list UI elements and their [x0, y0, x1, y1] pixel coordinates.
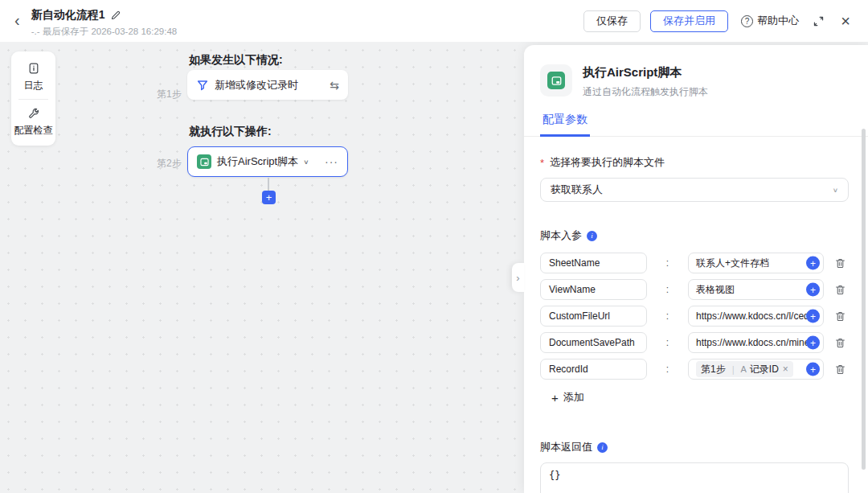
chevron-down-icon: ∨	[833, 187, 838, 194]
param-name-input[interactable]: CustomFileUrl	[540, 306, 647, 327]
flow-title: 新自动化流程1	[31, 8, 105, 23]
info-icon[interactable]: i	[597, 442, 608, 453]
colon-separator: :	[647, 337, 688, 348]
param-name-input[interactable]: DocumentSavePath	[540, 332, 647, 353]
param-value-text: 联系人+文件存档	[696, 257, 769, 270]
colon-separator: :	[647, 310, 688, 322]
param-value-input[interactable]: 联系人+文件存档 +	[688, 253, 824, 273]
help-center-link[interactable]: ? 帮助中心	[741, 14, 799, 28]
delete-param-icon[interactable]	[834, 284, 846, 296]
insert-variable-icon[interactable]: +	[806, 336, 820, 350]
param-value-input[interactable]: 表格视图 +	[688, 279, 824, 300]
insert-variable-icon[interactable]: +	[806, 310, 820, 323]
required-asterisk: *	[540, 157, 544, 169]
edit-pencil-icon[interactable]	[110, 10, 121, 21]
param-row: RecordId : 第1步 ｜ A 记录ID × +	[540, 359, 849, 380]
swap-trigger-icon[interactable]: ⇆	[330, 79, 339, 92]
tab-config-params[interactable]: 配置参数	[540, 113, 590, 137]
fullscreen-expand-icon[interactable]	[810, 13, 826, 29]
delete-param-icon[interactable]	[834, 310, 846, 323]
save-only-button[interactable]: 仅保存	[583, 10, 641, 32]
automation-flow-editor: ‹ 新自动化流程1 -.- 最后保存于 2026-03-28 16:29:48 …	[0, 0, 868, 493]
action-node-card[interactable]: 执行AirScript脚本 ∨ ···	[187, 146, 348, 177]
help-center-label: 帮助中心	[757, 14, 799, 28]
config-check-label: 配置检查	[14, 124, 53, 138]
add-param-button[interactable]: + 添加	[551, 390, 584, 405]
param-value-text: https://www.kdocs.cn/l/cedq	[696, 310, 814, 322]
save-and-enable-button[interactable]: 保存并启用	[650, 10, 728, 32]
airscript-icon	[197, 154, 211, 169]
record-trigger-filter-icon	[196, 79, 209, 92]
add-param-label: 添加	[563, 390, 584, 405]
chevron-down-icon[interactable]: ∨	[303, 158, 309, 166]
close-icon[interactable]: ×	[837, 13, 854, 29]
panel-title: 执行AirScript脚本	[583, 64, 708, 80]
script-return-value-box[interactable]: {}	[540, 462, 849, 493]
add-step-button[interactable]: +	[262, 191, 276, 204]
config-panel: › 执行AirScript脚本 通过自动化流程触发执行脚本 配置参数 * 选择将…	[524, 45, 868, 493]
param-row: CustomFileUrl : https://www.kdocs.cn/l/c…	[540, 306, 849, 327]
script-file-value: 获取联系人	[551, 183, 603, 197]
flow-connector-line	[268, 178, 269, 191]
trigger-heading: 如果发生以下情况:	[189, 53, 283, 68]
step1-label: 第1步	[157, 88, 187, 101]
delete-param-icon[interactable]	[834, 337, 846, 349]
param-row: ViewName : 表格视图 +	[540, 279, 849, 300]
param-value-input[interactable]: https://www.kdocs.cn/mine/4 +	[688, 332, 824, 353]
panel-subtitle: 通过自动化流程触发执行脚本	[583, 85, 708, 99]
trigger-node-label: 新增或修改记录时	[215, 78, 298, 92]
tag-field-label: 记录ID	[750, 363, 779, 376]
top-bar: ‹ 新自动化流程1 -.- 最后保存于 2026-03-28 16:29:48 …	[0, 0, 868, 42]
field-type-icon: A	[740, 364, 746, 374]
param-rows: SheetName : 联系人+文件存档 + ViewName : 表格视图	[540, 253, 849, 380]
param-name-input[interactable]: ViewName	[540, 279, 647, 300]
info-icon[interactable]: i	[587, 231, 597, 241]
delete-param-icon[interactable]	[834, 364, 846, 376]
delete-param-icon[interactable]	[834, 257, 846, 269]
record-id-variable-tag[interactable]: 第1步 ｜ A 记录ID ×	[696, 361, 793, 377]
airscript-icon	[547, 72, 565, 89]
param-row: DocumentSavePath : https://www.kdocs.cn/…	[540, 332, 849, 353]
script-params-label: 脚本入参	[540, 228, 582, 243]
colon-separator: :	[647, 364, 688, 375]
param-value-text: https://www.kdocs.cn/mine/4	[696, 337, 817, 348]
script-file-select[interactable]: 获取联系人 ∨	[540, 178, 849, 202]
sidebar-item-log[interactable]: 日志	[11, 59, 55, 99]
canvas-tool-card: 日志 配置检查	[11, 51, 55, 146]
insert-variable-icon[interactable]: +	[806, 363, 820, 376]
param-value-text: 表格视图	[696, 283, 735, 297]
colon-separator: :	[647, 284, 688, 295]
param-value-input[interactable]: 第1步 ｜ A 记录ID × +	[688, 359, 824, 380]
question-circle-icon: ?	[741, 15, 753, 27]
trigger-node-card[interactable]: 新增或修改记录时 ⇆	[187, 70, 348, 100]
param-row: SheetName : 联系人+文件存档 +	[540, 253, 849, 273]
script-return-label: 脚本返回值	[540, 440, 592, 454]
param-name-input[interactable]: SheetName	[540, 253, 647, 273]
tag-step-label: 第1步	[701, 363, 726, 376]
sidebar-item-config-check[interactable]: 配置检查	[11, 100, 55, 139]
colon-separator: :	[647, 257, 688, 269]
plus-icon: +	[551, 392, 559, 404]
remove-tag-icon[interactable]: ×	[783, 364, 788, 375]
step2-label: 第2步	[157, 157, 187, 170]
action-node-label: 执行AirScript脚本	[217, 154, 298, 169]
action-heading: 就执行以下操作:	[189, 125, 272, 139]
param-value-input[interactable]: https://www.kdocs.cn/l/cedq +	[688, 306, 824, 327]
param-name-input[interactable]: RecordId	[540, 359, 647, 380]
panel-scrollbar[interactable]	[862, 129, 866, 470]
chevron-right-icon: ›	[516, 272, 519, 284]
insert-variable-icon[interactable]: +	[806, 257, 820, 270]
script-file-label: 选择将要执行的脚本文件	[550, 155, 665, 170]
wrench-icon	[27, 107, 40, 120]
log-document-icon	[27, 62, 40, 75]
log-label: 日志	[24, 79, 43, 92]
action-icon-box	[540, 64, 572, 97]
last-saved-text: -.- 最后保存于 2026-03-28 16:29:48	[31, 26, 178, 38]
more-options-icon[interactable]: ···	[325, 155, 338, 168]
tag-divider: ｜	[729, 364, 738, 376]
back-icon[interactable]: ‹	[11, 4, 23, 36]
insert-variable-icon[interactable]: +	[806, 283, 820, 297]
panel-collapse-handle[interactable]: ›	[512, 263, 524, 292]
